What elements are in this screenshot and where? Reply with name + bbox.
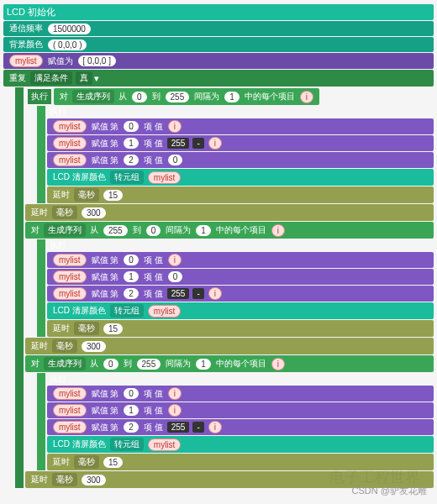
lcd-init-label: LCD 初始化 [7,6,55,18]
from-val-1[interactable]: 0 [132,92,147,102]
bgcolor-value[interactable]: ( 0,0,0 ) [48,39,87,50]
exec-label: 执行 [28,89,51,104]
to-val-3[interactable]: 255 [137,359,161,370]
step-val-2[interactable]: 1 [196,225,211,236]
set-idx-1-c[interactable]: mylist赋值 第1项 值i [47,402,434,418]
mylist-var[interactable]: mylist [9,55,43,67]
bgcolor-block[interactable]: 背景颜色( 0,0,0 ) [3,37,434,52]
set-idx-0-b[interactable]: mylist赋值 第0项 值i [47,252,434,268]
assign-label: 赋值为 [48,55,73,67]
from-val-3[interactable]: 0 [103,359,118,370]
mylist-init-block[interactable]: mylist赋值为[ 0,0,0 ] [3,53,434,69]
set-idx-2-b[interactable]: mylist赋值 第2项 值255-i [47,286,434,302]
from-val-2[interactable]: 255 [103,225,128,236]
delay-300-a[interactable]: 延时毫秒300 [25,204,434,221]
for-block-1[interactable]: 对生成序列从0到255间隔为1中的每个项目i [54,88,319,105]
exec-inner-1: 执行 [50,107,66,116]
set-idx-0-c[interactable]: mylist赋值 第0项 值i [47,386,434,402]
repeat-label: 重复 [9,72,26,84]
exec-inner-2: 执行 [50,240,66,249]
csdn-watermark: CSDN @驴友花雕 [352,485,427,497]
set-idx-2-a[interactable]: mylist赋值 第2项 值0 [47,152,434,168]
lcd-clear-a[interactable]: LCD 清屏颜色转元组mylist [47,169,434,186]
exec-inner-3: 执行 [50,374,66,383]
step-val-3[interactable]: 1 [196,359,211,370]
set-idx-0-a[interactable]: mylist赋值 第0项 值i [47,118,434,134]
delay-15-a[interactable]: 延时毫秒15 [47,186,434,203]
bgcolor-label: 背景颜色 [9,39,43,50]
freq-block[interactable]: 通信频率1500000 [3,21,434,36]
lcd-clear-c[interactable]: LCD 清屏颜色转元组mylist [47,436,434,453]
repeat-block[interactable]: 重复满足条件真▾ [3,70,434,87]
delay-15-b[interactable]: 延时毫秒15 [47,320,434,337]
to-val-1[interactable]: 255 [166,92,190,102]
step-val-1[interactable]: 1 [224,92,240,102]
set-idx-1-b[interactable]: mylist赋值 第1项 值0 [47,269,434,285]
for-block-2[interactable]: 对生成序列从255到0间隔为1中的每个项目i [25,222,434,239]
for-block-3[interactable]: 对生成序列从0到255间隔为1中的每个项目i [25,355,434,372]
delay-300-b[interactable]: 延时毫秒300 [25,338,434,354]
condition-chip[interactable]: 满足条件 [30,71,72,85]
loop-var-1[interactable]: i [300,91,313,103]
true-chip[interactable]: 真 [76,71,92,85]
lcd-clear-b[interactable]: LCD 清屏颜色转元组mylist [47,302,434,319]
lcd-init-block[interactable]: LCD 初始化 [3,4,434,20]
set-idx-1-a[interactable]: mylist赋值 第1项 值255-i [47,135,434,151]
mylist-init-val[interactable]: [ 0,0,0 ] [78,55,116,66]
freq-value[interactable]: 1500000 [48,24,91,34]
to-val-2[interactable]: 0 [146,225,161,236]
set-idx-2-c[interactable]: mylist赋值 第2项 值255-i [47,419,434,435]
freq-label: 通信频率 [9,23,43,34]
